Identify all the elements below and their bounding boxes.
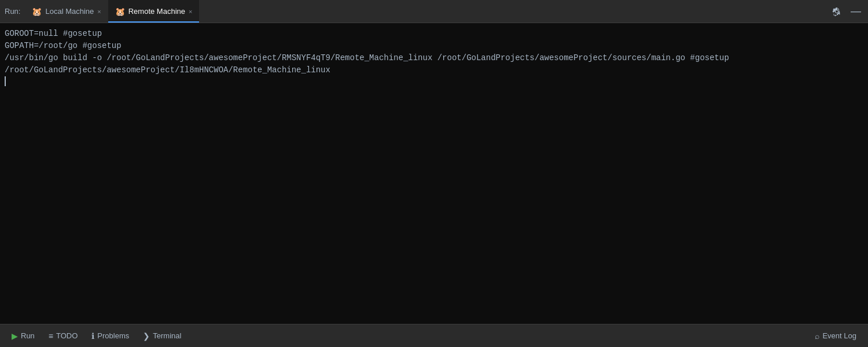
output-line-1: GOROOT=null #gosetup [2, 28, 866, 40]
event-log-button[interactable]: ⌕ Event Log [808, 331, 863, 341]
todo-label: TODO [56, 331, 78, 340]
run-label-bottom: Run [21, 331, 35, 340]
event-log-icon: ⌕ [815, 331, 819, 341]
settings-button[interactable] [830, 5, 844, 19]
remote-machine-tab-icon: 🐹 [115, 7, 125, 16]
output-line-4: /root/GoLandProjects/awesomeProject/Il8m… [2, 64, 866, 76]
remote-machine-tab-close[interactable]: × [189, 8, 192, 15]
output-line-3: /usr/bin/go build -o /root/GoLandProject… [2, 52, 866, 64]
cursor [5, 76, 6, 86]
terminal-button[interactable]: ❯ Terminal [136, 324, 188, 347]
terminal-label: Terminal [153, 331, 181, 340]
tabs-container: 🐹 Local Machine × 🐹 Remote Machine × [25, 0, 830, 23]
remote-machine-tab-label: Remote Machine [128, 7, 185, 16]
tab-local-machine[interactable]: 🐹 Local Machine × [25, 0, 108, 23]
output-line-2: GOPATH=/root/go #gosetup [2, 40, 866, 52]
todo-button[interactable]: ≡ TODO [42, 324, 85, 347]
tab-actions: — [830, 5, 863, 19]
output-area[interactable]: GOROOT=null #gosetup GOPATH=/root/go #go… [0, 23, 868, 324]
run-button[interactable]: ▶ Run [5, 324, 42, 347]
local-machine-tab-label: Local Machine [45, 7, 94, 16]
gear-icon [832, 7, 841, 16]
local-machine-tab-close[interactable]: × [97, 8, 101, 15]
minimize-icon: — [851, 5, 861, 17]
todo-icon: ≡ [49, 331, 53, 341]
minimize-button[interactable]: — [848, 5, 863, 17]
play-icon: ▶ [12, 331, 18, 341]
problems-button[interactable]: ℹ Problems [84, 324, 136, 347]
problems-icon: ℹ [91, 331, 94, 341]
status-bar: ▶ Run ≡ TODO ℹ Problems ❯ Terminal ⌕ Eve… [0, 324, 868, 347]
run-label: Run: [5, 7, 20, 16]
output-line-5 [2, 76, 866, 86]
problems-label: Problems [97, 331, 129, 340]
event-log-label: Event Log [822, 331, 856, 340]
tab-remote-machine[interactable]: 🐹 Remote Machine × [108, 0, 200, 23]
tab-bar: Run: 🐹 Local Machine × 🐹 Remote Machine … [0, 0, 868, 23]
local-machine-tab-icon: 🐹 [32, 7, 42, 16]
status-bar-right: ⌕ Event Log [808, 331, 863, 341]
terminal-icon: ❯ [143, 331, 150, 341]
